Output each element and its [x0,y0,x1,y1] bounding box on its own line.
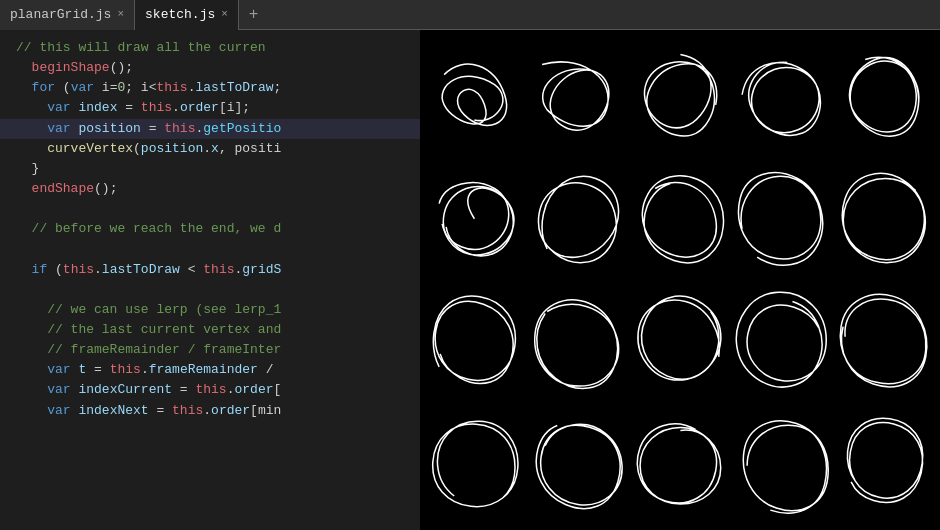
code-line-14: // we can use lerp (see lerp_1 [0,300,420,320]
sketch-cell-17 [527,405,628,527]
sketch-cell-9 [732,158,833,280]
sketch-cell-13 [630,281,731,403]
sketch-svg-6 [424,158,525,280]
code-line-4: var index = this.order[i]; [0,98,420,118]
main-content: // this will draw all the curren beginSh… [0,30,940,530]
code-line-5: var position = this.getPositio [0,119,420,139]
code-line-1: // this will draw all the curren [0,38,420,58]
code-line-8: endShape(); [0,179,420,199]
sketch-svg-18 [630,405,731,527]
sketch-svg-2 [527,34,628,156]
sketch-svg-13 [630,281,731,403]
sketch-svg-10 [835,158,936,280]
sketch-cell-8 [630,158,731,280]
code-line-9 [0,199,420,219]
sketch-cell-6 [424,158,525,280]
tab-planarGrid[interactable]: planarGrid.js × [0,0,135,30]
sketch-cell-4 [732,34,833,156]
sketch-cell-11 [424,281,525,403]
canvas-panel [420,30,940,530]
sketch-svg-11 [424,281,525,403]
code-line-16: // frameRemainder / frameInter [0,340,420,360]
tab-bar: planarGrid.js × sketch.js × + [0,0,940,30]
code-line-17: var t = this.frameRemainder / [0,360,420,380]
code-line-11 [0,239,420,259]
sketch-cell-20 [835,405,936,527]
tab-add-button[interactable]: + [239,6,269,24]
sketch-svg-15 [835,281,936,403]
sketch-grid [420,30,940,530]
sketch-cell-18 [630,405,731,527]
sketch-cell-12 [527,281,628,403]
sketch-cell-1 [424,34,525,156]
sketch-cell-2 [527,34,628,156]
sketch-cell-5 [835,34,936,156]
sketch-svg-1 [424,34,525,156]
sketch-svg-8 [630,158,731,280]
sketch-svg-9 [732,158,833,280]
code-line-3: for (var i=0; i<this.lastToDraw; [0,78,420,98]
sketch-cell-14 [732,281,833,403]
code-line-7: } [0,159,420,179]
sketch-svg-19 [732,405,833,527]
sketch-cell-15 [835,281,936,403]
sketch-cell-7 [527,158,628,280]
tab-sketch-close[interactable]: × [221,9,228,20]
sketch-svg-5 [835,34,936,156]
sketch-svg-16 [424,405,525,527]
code-line-2: beginShape(); [0,58,420,78]
code-editor[interactable]: // this will draw all the curren beginSh… [0,30,420,530]
sketch-cell-19 [732,405,833,527]
sketch-cell-10 [835,158,936,280]
code-line-15: // the last current vertex and [0,320,420,340]
code-line-10: // before we reach the end, we d [0,219,420,239]
tab-planarGrid-label: planarGrid.js [10,7,111,22]
tab-planarGrid-close[interactable]: × [117,9,124,20]
code-line-13 [0,280,420,300]
code-line-18: var indexCurrent = this.order[ [0,380,420,400]
sketch-svg-3 [630,34,731,156]
sketch-svg-14 [732,281,833,403]
code-comment-1: // this will draw all the curren [16,40,266,55]
sketch-svg-17 [527,405,628,527]
sketch-svg-7 [527,158,628,280]
code-line-12: if (this.lastToDraw < this.gridS [0,260,420,280]
sketch-svg-4 [732,34,833,156]
sketch-cell-3 [630,34,731,156]
tab-sketch[interactable]: sketch.js × [135,0,239,30]
sketch-svg-20 [835,405,936,527]
sketch-svg-12 [527,281,628,403]
tab-sketch-label: sketch.js [145,7,215,22]
code-line-19: var indexNext = this.order[min [0,401,420,421]
sketch-cell-16 [424,405,525,527]
code-line-6: curveVertex(position.x, positi [0,139,420,159]
